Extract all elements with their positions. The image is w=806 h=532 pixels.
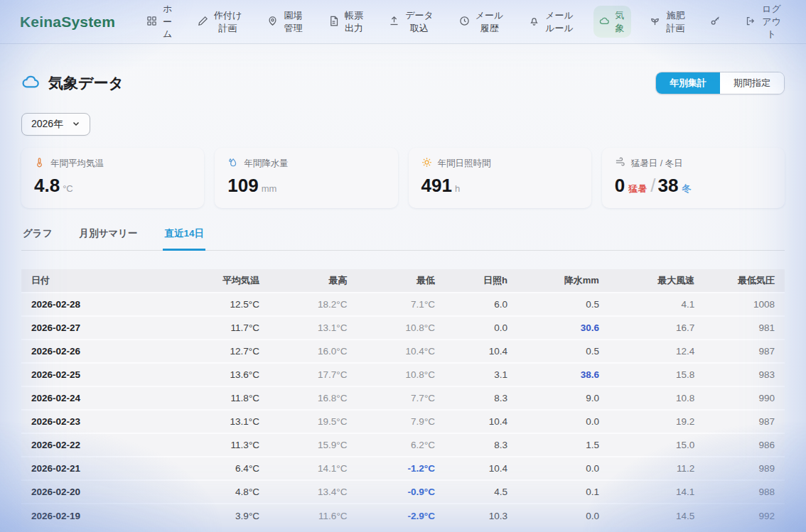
col-header-max-wind: 最大風速: [609, 269, 704, 293]
period-select-toggle-button[interactable]: 期間指定: [720, 72, 784, 94]
stat-unit: mm: [262, 183, 277, 194]
nav-item-label: メールルール: [544, 9, 574, 34]
cell-min-temp: 10.8°C: [358, 316, 446, 340]
table-row: 2026-02-22 11.3°C 15.9°C 6.2°C 8.3 1.5 1…: [21, 433, 785, 457]
cell-min-pressure: 990: [704, 386, 785, 410]
nav-item-password-key[interactable]: [704, 12, 726, 32]
stat-label: 年間降水量: [244, 158, 289, 170]
cell-sunshine: 10.4: [445, 410, 517, 433]
stat-unit: °C: [63, 183, 73, 194]
year-select-value: 2026年: [31, 118, 63, 131]
cell-max-temp: 15.9°C: [269, 433, 358, 457]
col-header-precipitation: 降水mm: [517, 269, 609, 293]
nav-item-planting-plan[interactable]: 作付け計画: [192, 6, 249, 38]
nav-item-label: 気象: [615, 9, 625, 34]
cell-sunshine: 6.0: [445, 293, 517, 316]
nav-item-home[interactable]: ホーム: [141, 0, 178, 44]
nav-item-field-management[interactable]: 園場管理: [262, 6, 309, 38]
cell-max-wind: 16.7: [609, 316, 704, 340]
tab-monthly-summary[interactable]: 月別サマリー: [77, 227, 139, 251]
cell-sunshine: 10.3: [445, 504, 517, 527]
cell-date: 2026-02-24: [21, 386, 182, 410]
avg-temp-card: 年間平均気温 4.8°C: [21, 148, 204, 208]
tab-graph[interactable]: グラフ: [21, 227, 53, 251]
cell-avg-temp: 13.6°C: [182, 363, 270, 386]
cell-max-temp: 17.7°C: [269, 363, 358, 386]
cell-date: 2026-02-21: [21, 457, 182, 480]
table-row: 2026-02-28 12.5°C 18.2°C 7.1°C 6.0 0.5 4…: [21, 293, 785, 316]
document-icon: [328, 16, 339, 28]
nav-item-report-output[interactable]: 帳票出力: [323, 6, 370, 38]
col-header-max-temp: 最高: [269, 269, 358, 293]
cell-max-temp: 14.1°C: [269, 457, 358, 480]
tab-last-14-days[interactable]: 直近14日: [163, 227, 205, 251]
upload-icon: [389, 16, 399, 28]
cell-precipitation: 0.5: [517, 293, 609, 316]
nav-item-fertilization-plan[interactable]: 施肥計画: [644, 6, 692, 38]
cloud-icon: [21, 72, 41, 94]
chevron-down-icon: [72, 119, 80, 130]
nav-item-label: メール履歴: [475, 9, 505, 34]
data-tabs: グラフ 月別サマリー 直近14日: [21, 227, 785, 251]
cell-min-temp: 10.8°C: [358, 363, 446, 386]
cell-avg-temp: 6.4°C: [182, 457, 270, 480]
cell-date: 2026-02-26: [21, 340, 182, 363]
cell-min-pressure: 989: [704, 457, 785, 480]
cell-precipitation: 0.0: [517, 457, 609, 480]
sprout-icon: [650, 16, 660, 28]
stat-value: 4.8: [34, 175, 60, 196]
cell-max-temp: 18.2°C: [269, 293, 358, 316]
droplet-icon: [227, 157, 238, 170]
cell-min-temp: 7.1°C: [358, 293, 446, 316]
cell-avg-temp: 13.1°C: [182, 410, 270, 433]
cell-min-temp: 7.7°C: [358, 386, 446, 410]
cell-max-temp: 19.5°C: [269, 410, 358, 433]
grid-icon: [146, 16, 157, 28]
cell-max-temp: 16.8°C: [269, 386, 358, 410]
cell-sunshine: 8.3: [445, 386, 517, 410]
extreme-days-card: 猛暑日 / 冬日 0猛暑/38冬: [602, 148, 785, 208]
cell-max-wind: 14.1: [609, 480, 704, 504]
nav-item-label: 帳票出力: [344, 9, 365, 34]
nav-item-label: 施肥計画: [665, 9, 686, 34]
cell-min-temp: 10.4°C: [358, 340, 446, 363]
cell-sunshine: 10.4: [445, 340, 517, 363]
year-select[interactable]: 2026年: [21, 113, 90, 136]
nav-item-weather[interactable]: 気象: [593, 6, 631, 38]
col-header-sunshine: 日照h: [445, 269, 517, 293]
history-icon: [459, 16, 470, 28]
cell-precipitation: 1.5: [517, 433, 609, 457]
cell-max-wind: 19.2: [609, 410, 704, 433]
cell-max-temp: 16.0°C: [269, 340, 358, 363]
recent-weather-table-wrap: 日付 平均気温 最高 最低 日照h 降水mm 最大風速 最低気圧 2026-02…: [21, 269, 785, 527]
top-navigation: KeinaSystem ホーム 作付け計画 園場管理 帳票出力 データ取込 メー…: [0, 0, 806, 44]
separator: /: [650, 175, 655, 196]
table-row: 2026-02-27 11.7°C 13.1°C 10.8°C 0.0 30.6…: [21, 316, 785, 340]
table-row: 2026-02-25 13.6°C 17.7°C 10.8°C 3.1 38.6…: [21, 363, 785, 386]
cell-date: 2026-02-20: [21, 480, 182, 504]
winter-days-unit: 冬: [682, 183, 691, 194]
cell-min-pressure: 983: [704, 363, 785, 386]
col-header-min-pressure: 最低気圧: [704, 269, 785, 293]
nav-item-logout[interactable]: ログアウト: [740, 0, 788, 44]
pencil-icon: [198, 16, 208, 28]
cell-sunshine: 4.5: [445, 480, 517, 504]
nav-item-data-import[interactable]: データ取込: [383, 6, 440, 38]
nav-item-mail-history[interactable]: メール履歴: [453, 6, 510, 38]
table-row: 2026-02-26 12.7°C 16.0°C 10.4°C 10.4 0.5…: [21, 340, 785, 363]
table-header-row: 日付 平均気温 最高 最低 日照h 降水mm 最大風速 最低気圧: [21, 269, 785, 293]
sun-icon: [421, 157, 432, 170]
cell-max-wind: 10.8: [609, 386, 704, 410]
cell-min-pressure: 987: [704, 340, 785, 363]
nav-item-mail-rules[interactable]: メールルール: [523, 6, 580, 38]
brand-logo[interactable]: KeinaSystem: [20, 13, 115, 31]
page-header: 気象データ 年別集計 期間指定: [21, 72, 785, 94]
cell-min-pressure: 1008: [704, 293, 785, 316]
cell-min-pressure: 981: [704, 316, 785, 340]
yearly-summary-toggle-button[interactable]: 年別集計: [656, 72, 720, 94]
cell-precipitation: 0.5: [517, 340, 609, 363]
cell-min-temp: 7.9°C: [358, 410, 446, 433]
cloud-icon: [599, 16, 610, 28]
nav-item-label: データ取込: [404, 9, 434, 34]
stat-cards: 年間平均気温 4.8°C 年間降水量 109mm 年間日照時間 491h 猛暑日…: [21, 148, 785, 208]
